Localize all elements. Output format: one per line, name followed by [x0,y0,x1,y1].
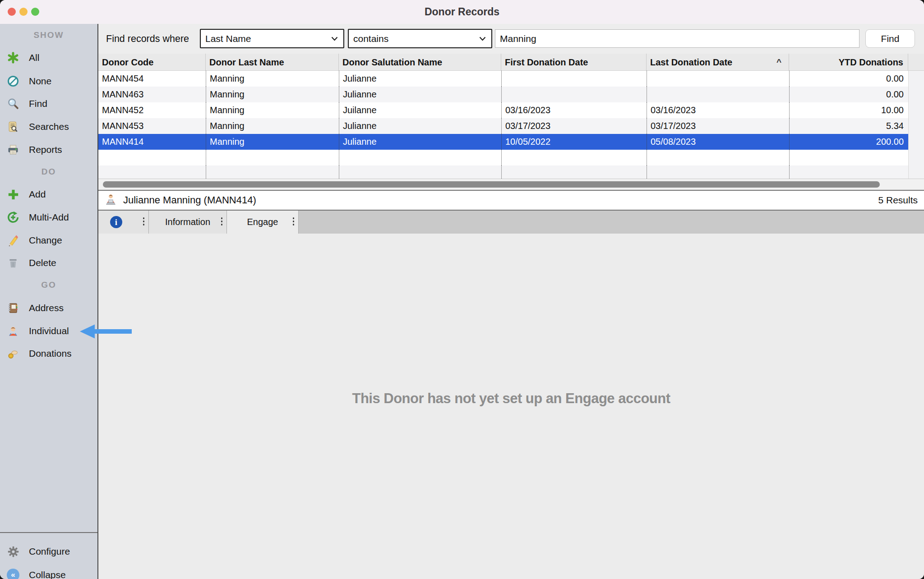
section-header-go: GO [0,280,97,290]
window-title: Donor Records [425,6,499,18]
scrollbar-thumb[interactable] [103,181,880,188]
column-header-donor-last-name[interactable]: Donor Last Name [206,54,339,71]
sidebar-item-collapse[interactable]: « Collapse [6,567,66,579]
table-body: MANN454ManningJulianne0.00MANN463Manning… [98,71,908,150]
table-cell: MANN414 [98,134,206,150]
table-cell: MANN463 [98,87,206,102]
table-cell: Julianne [339,87,501,102]
table-cell: Manning [206,71,339,87]
table-cell: MANN452 [98,102,206,118]
minimize-button[interactable] [19,8,28,16]
column-header-donor-code[interactable]: Donor Code [98,54,206,71]
tab-engage[interactable]: Engage [227,211,299,234]
find-button[interactable]: Find [865,29,915,48]
table-cell: Julianne [339,134,501,150]
tab-strip: i Information Engage [98,211,924,234]
column-header-last-donation-date[interactable]: Last Donation Date ^ [647,54,789,71]
magnifier-icon [6,97,20,110]
vertical-scrollbar-gutter [908,71,924,179]
empty-row [98,150,908,165]
table-cell: 0.00 [789,71,908,87]
kebab-menu-icon[interactable] [143,217,145,225]
sidebar-item-address[interactable]: Address [6,300,64,316]
table-cell [501,87,647,102]
table-cell [647,71,789,87]
sidebar-divider [0,532,97,533]
no-entry-icon [6,74,20,88]
sidebar-item-add[interactable]: Add [6,187,46,202]
title-bar: Donor Records [0,0,924,24]
sidebar-item-donations[interactable]: Donations [6,346,72,361]
sidebar-item-configure[interactable]: Configure [6,544,70,559]
sidebar-item-none[interactable]: None [6,74,51,89]
hand-coin-icon [6,347,20,360]
app-window: Donor Records SHOW All None Find S [0,0,924,579]
table-cell: 03/17/2023 [647,118,789,134]
engage-empty-message: This Donor has not yet set up an Engage … [98,391,924,407]
sidebar-item-find[interactable]: Find [6,96,47,111]
sidebar-item-all[interactable]: All [6,50,39,65]
table-cell: 10.00 [789,102,908,118]
search-list-icon [6,120,20,133]
sidebar: SHOW All None Find Searches [0,24,98,579]
table-cell: 05/08/2023 [647,134,789,150]
column-header-ytd-donations[interactable]: YTD Donations [789,54,908,71]
zoom-button[interactable] [31,8,39,16]
column-header-donor-salutation-name[interactable]: Donor Salutation Name [339,54,501,71]
empty-row [98,165,908,179]
table-row[interactable]: MANN452ManningJuilanne03/16/202303/16/20… [98,102,908,118]
chevron-down-icon [479,37,486,41]
horizontal-scrollbar[interactable] [98,179,924,190]
header-gutter [908,54,924,71]
section-header-show: SHOW [0,30,97,40]
sidebar-item-multi-add[interactable]: Multi-Add [6,210,69,225]
sidebar-item-delete[interactable]: Delete [6,255,56,271]
table-cell: 5.34 [789,118,908,134]
tab-information[interactable]: Information [149,211,227,234]
record-title: Julianne Manning (MANN414) [123,194,256,206]
table-cell: Manning [206,87,339,102]
column-header-first-donation-date[interactable]: First Donation Date [501,54,647,71]
table-cell: Manning [206,134,339,150]
pencil-icon [6,234,20,247]
table-cell: Julianne [339,71,501,87]
multi-add-icon [6,211,20,224]
table-cell [647,87,789,102]
table-cell [501,71,647,87]
sidebar-item-change[interactable]: Change [6,233,62,248]
close-button[interactable] [8,8,16,16]
find-records-label: Find records where [106,24,189,54]
table-cell: 03/16/2023 [647,102,789,118]
asterisk-icon [6,51,20,64]
sidebar-item-reports[interactable]: Reports [6,142,62,157]
table-cell: Manning [206,102,339,118]
search-input[interactable] [495,29,859,48]
kebab-menu-icon[interactable] [293,217,295,225]
table-row[interactable]: MANN454ManningJulianne0.00 [98,71,908,87]
sidebar-item-searches[interactable]: Searches [6,119,69,134]
sidebar-item-individual[interactable]: Individual [6,323,69,339]
chevron-down-icon [331,37,338,41]
table-cell: Julianne [339,118,501,134]
table-cell: Juilanne [339,102,501,118]
table-row[interactable]: MANN453ManningJulianne03/17/202303/17/20… [98,118,908,134]
tab-info[interactable]: i [98,211,149,234]
field-select[interactable]: Last Name [200,29,344,48]
table-cell: 200.00 [789,134,908,150]
table-cell: 0.00 [789,87,908,102]
address-book-icon [6,301,20,315]
table-header: Donor Code Donor Last Name Donor Salutat… [98,54,924,71]
table-row[interactable]: MANN414ManningJulianne10/05/202205/08/20… [98,134,908,150]
operator-select[interactable]: contains [348,29,492,48]
table-cell: 10/05/2022 [501,134,647,150]
collapse-icon: « [6,568,20,579]
results-count: 5 Results [878,195,918,206]
gear-icon [6,545,20,558]
record-bar: Julianne Manning (MANN414) 5 Results [98,190,924,211]
kebab-menu-icon[interactable] [221,217,223,225]
table-row[interactable]: MANN463ManningJulianne0.00 [98,87,908,102]
sort-ascending-icon: ^ [776,57,789,67]
printer-icon [6,143,20,156]
table-cell: MANN453 [98,118,206,134]
table-cell: MANN454 [98,71,206,87]
